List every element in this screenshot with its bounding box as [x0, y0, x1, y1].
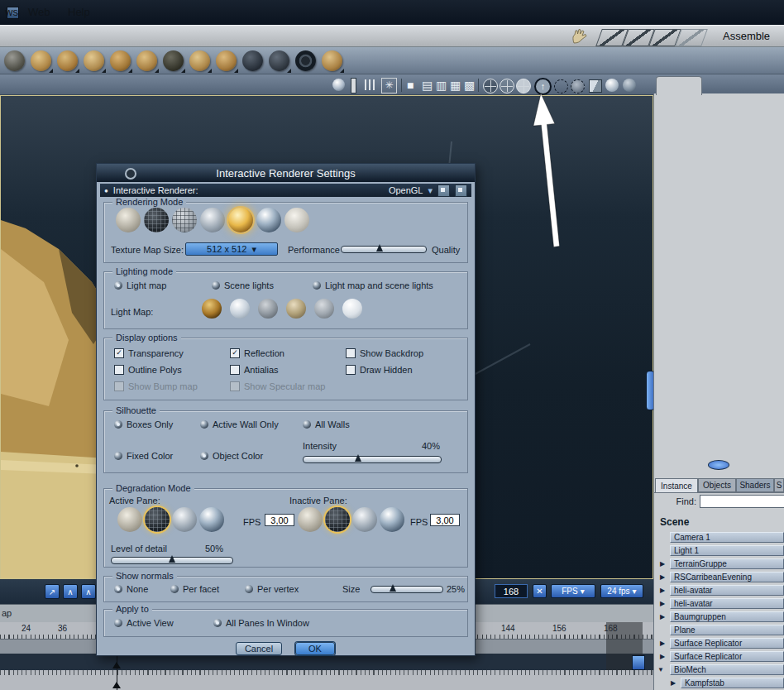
light-map-tan-icon[interactable]: [286, 299, 306, 319]
expander-icon[interactable]: ▶: [660, 574, 665, 581]
active-fps-field[interactable]: [265, 514, 294, 526]
radio-boxes-only[interactable]: Boxes Only: [114, 419, 173, 429]
levels-icon[interactable]: [365, 79, 376, 90]
tree-item-rscarribeanevening[interactable]: RSCarribeanEvening: [670, 572, 784, 582]
timeline-up-button-1[interactable]: ∧: [63, 584, 78, 599]
quad-pane-icon[interactable]: ▦: [450, 79, 461, 91]
menu-help[interactable]: Help: [65, 4, 93, 20]
active-degradation-smooth-icon[interactable]: [172, 507, 197, 532]
camera-icon[interactable]: [242, 50, 263, 71]
light-map-gray-icon[interactable]: [258, 299, 278, 319]
renderer-engine-value[interactable]: OpenGL: [389, 185, 423, 195]
performance-quality-slider[interactable]: [341, 246, 427, 253]
intensity-slider[interactable]: [303, 456, 442, 463]
radio-active-wall-only[interactable]: Active Wall Only: [200, 419, 279, 429]
gray-sphere-icon[interactable]: [623, 79, 636, 92]
radio-all-panes[interactable]: All Panes In Window: [213, 618, 309, 628]
radio-per-vertex[interactable]: Per vertex: [245, 584, 299, 594]
split-horizontal-icon[interactable]: ▤: [422, 79, 433, 91]
render-mode-shiny-icon[interactable]: [256, 208, 281, 232]
expander-icon[interactable]: ▶: [660, 587, 665, 594]
radio-normals-none[interactable]: None: [114, 584, 148, 594]
radio-active-view[interactable]: Active View: [114, 618, 174, 628]
panel-top-tab[interactable]: [656, 76, 702, 95]
light-icon[interactable]: [269, 50, 289, 71]
menu-windows[interactable]: ws: [2, 4, 22, 20]
render-mode-textured-icon-selected[interactable]: [228, 208, 253, 232]
slider-tool-icon[interactable]: [351, 78, 356, 93]
lighting-preview-icon[interactable]: [332, 79, 345, 91]
tab-shaders[interactable]: Shaders: [736, 478, 774, 492]
inactive-fps-field[interactable]: [430, 514, 460, 526]
radio-all-walls[interactable]: All Walls: [303, 419, 350, 429]
wrench-icon[interactable]: [322, 50, 342, 71]
light-map-gold-icon[interactable]: [202, 299, 222, 319]
inactive-degradation-wireframe-icon-selected[interactable]: [325, 507, 350, 532]
inactive-degradation-shiny-icon[interactable]: [380, 507, 404, 532]
tab-instance[interactable]: Instance: [655, 478, 698, 493]
auto-center-icon[interactable]: ↑: [534, 78, 552, 95]
rocks-icon[interactable]: [4, 50, 25, 71]
tab-partial[interactable]: S: [774, 478, 784, 492]
render-target-icon[interactable]: [295, 50, 316, 71]
light-map-silver-icon[interactable]: [230, 299, 250, 319]
render-mode-wireframe-dark-icon[interactable]: [144, 208, 169, 232]
panel-resize-handle[interactable]: [708, 460, 729, 470]
ok-button[interactable]: OK: [295, 642, 335, 655]
find-input[interactable]: [700, 495, 784, 508]
checkbox-show-backdrop[interactable]: Show Backdrop: [346, 348, 461, 358]
chevron-down-icon[interactable]: ▾: [428, 185, 433, 196]
checkbox-reflection[interactable]: ✓Reflection: [230, 348, 346, 358]
wireframe-globe-icon[interactable]: [483, 79, 498, 93]
checkbox-draw-hidden[interactable]: Draw Hidden: [346, 365, 461, 375]
tree-item-heli-avatar-1[interactable]: heli-avatar: [670, 585, 784, 596]
expander-icon[interactable]: ▶: [660, 601, 665, 607]
tree-item-heli-avatar-2[interactable]: heli-avatar: [670, 598, 784, 609]
spray-icon[interactable]: [216, 50, 237, 71]
cancel-button[interactable]: Cancel: [236, 642, 282, 655]
tree-item-biomech[interactable]: BioMech: [670, 664, 784, 675]
timeline-scrollbar-track[interactable]: [0, 654, 653, 670]
dashed-sphere-icon[interactable]: [571, 79, 585, 93]
radio-object-color[interactable]: Object Color: [200, 451, 263, 461]
expander-icon[interactable]: ▶: [660, 561, 665, 568]
menu-web[interactable]: Web: [25, 4, 54, 20]
render-mode-wireframe-icon[interactable]: [172, 208, 197, 232]
tab-objects[interactable]: Objects: [698, 478, 736, 492]
assemble-mode-label[interactable]: Assemble: [723, 30, 770, 42]
radio-light-map-and-scene[interactable]: Light map and scene lights: [313, 280, 433, 290]
dashed-circle-icon[interactable]: [554, 79, 568, 93]
tree-item-kampfstab[interactable]: Kampfstab: [681, 678, 784, 688]
checkbox-outline-polys[interactable]: Outline Polys: [114, 365, 230, 375]
inactive-degradation-smooth-icon[interactable]: [352, 507, 377, 532]
expander-icon[interactable]: ▶: [660, 614, 665, 621]
terrain-icon[interactable]: [31, 50, 51, 71]
keyframe-marker[interactable]: [112, 682, 121, 688]
scene-root-label[interactable]: Scene: [660, 516, 689, 528]
level-of-detail-slider[interactable]: [111, 557, 233, 564]
radio-light-map[interactable]: Light map: [114, 280, 166, 290]
tree-item-plane[interactable]: Plane: [670, 625, 784, 635]
single-pane-icon[interactable]: ■: [407, 79, 414, 91]
tree-item-light[interactable]: Light 1: [670, 545, 784, 556]
active-degradation-wireframe-icon-selected[interactable]: [145, 507, 170, 532]
tree-item-surface-replicator-1[interactable]: Surface Replicator: [670, 638, 784, 649]
custom-pane-icon[interactable]: ▩: [464, 79, 475, 91]
radio-per-facet[interactable]: Per facet: [170, 584, 219, 594]
timeline-subruler[interactable]: [0, 670, 653, 690]
dialog-titlebar-button[interactable]: [125, 168, 136, 180]
expander-icon[interactable]: ▶: [671, 680, 676, 687]
timeline-edit-button[interactable]: ↗: [45, 584, 60, 599]
keyframe-marker[interactable]: [112, 662, 121, 668]
water-icon[interactable]: [189, 50, 210, 71]
render-mode-flat-icon[interactable]: [116, 208, 141, 232]
load-settings-icon[interactable]: [455, 184, 467, 197]
inactive-degradation-flat-icon[interactable]: [298, 507, 323, 532]
radio-scene-lights[interactable]: Scene lights: [212, 280, 274, 290]
thorn-plant-icon[interactable]: [163, 50, 184, 71]
texture-map-size-dropdown[interactable]: 512 x 512 ▾: [185, 242, 278, 256]
hand-tool-icon[interactable]: [571, 27, 590, 45]
close-timeline-button[interactable]: ✕: [533, 584, 547, 598]
tree-item-camera[interactable]: Camera 1: [670, 532, 784, 543]
cube-display-icon[interactable]: [589, 79, 602, 93]
